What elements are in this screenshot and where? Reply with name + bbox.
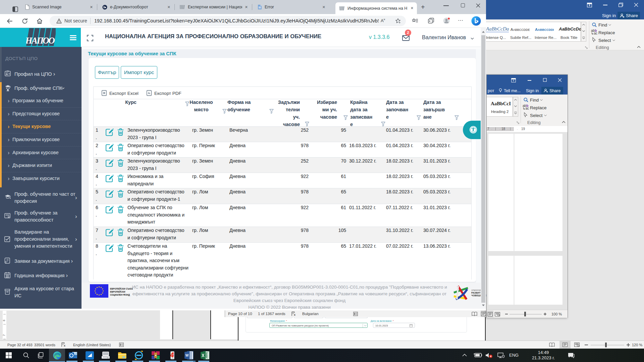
svg-text:x: x bbox=[294, 313, 296, 316]
svg-text:О: О bbox=[48, 36, 55, 46]
svg-text:x: x bbox=[64, 344, 65, 347]
svg-text:4: 4 bbox=[169, 351, 174, 359]
